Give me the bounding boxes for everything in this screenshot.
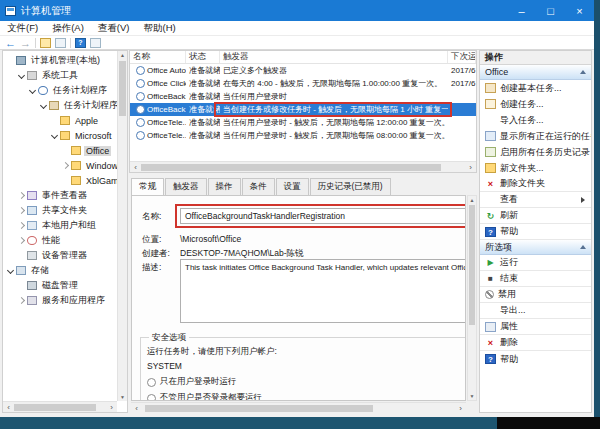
show-console-tree-icon[interactable] — [40, 38, 51, 48]
column-header[interactable]: 名称 — [130, 51, 186, 63]
tree-item[interactable]: 任务计划程序 — [3, 83, 117, 98]
task-row[interactable]: OfficeBack... 准备就绪 当任何用户登录时 — [130, 90, 476, 103]
task-row[interactable]: Office Auto... 准备就绪 已定义多个触发器 2017/6 — [130, 64, 476, 77]
tree-expander-icon[interactable] — [40, 102, 48, 110]
tree-vertical-scrollbar[interactable]: ▲ ▼ — [117, 51, 127, 401]
tree-expander-icon[interactable] — [62, 162, 70, 170]
action-item[interactable]: × 删除文件夹 — [480, 176, 591, 192]
tree-item[interactable]: Office — [3, 143, 117, 158]
tree-horizontal-scrollbar[interactable]: ‹ › — [3, 401, 117, 412]
help-icon[interactable]: ? — [75, 38, 86, 48]
tree-expander-icon[interactable] — [29, 87, 37, 95]
properties-window-icon[interactable] — [55, 38, 66, 48]
menu-item[interactable]: 操作(A) — [45, 22, 91, 35]
tree-item[interactable]: 系统工具 — [3, 68, 117, 83]
tree-expander-icon[interactable] — [18, 237, 26, 245]
tree-expander-icon[interactable] — [18, 282, 26, 290]
forward-icon[interactable]: → — [20, 38, 31, 48]
action-item[interactable]: 新文件夹... — [480, 160, 591, 176]
action-pane-icon[interactable] — [90, 38, 101, 48]
action-item[interactable]: 创建基本任务... — [480, 80, 591, 96]
tree-item[interactable]: 服务和应用程序 — [3, 293, 117, 308]
scroll-left-icon[interactable]: ‹ — [130, 162, 141, 172]
tree-expander-icon[interactable] — [7, 267, 15, 275]
details-vertical-scrollbar[interactable]: ▲ ▼ — [467, 195, 477, 401]
tree-item[interactable]: 存储 — [3, 263, 117, 278]
tree-item[interactable]: Microsoft — [3, 128, 117, 143]
task-name-field[interactable]: OfficeBackgroundTaskHandlerRegistration — [180, 208, 466, 224]
details-horizontal-scrollbar[interactable]: ‹ › — [131, 402, 466, 413]
details-tab[interactable]: 常规 — [131, 178, 164, 196]
tree-item[interactable]: 事件查看器 — [3, 188, 117, 203]
tree-item[interactable]: 本地用户和组 — [3, 218, 117, 233]
details-tab[interactable]: 条件 — [242, 178, 275, 195]
column-header[interactable]: 状态 — [186, 51, 220, 63]
tree-item[interactable]: 性能 — [3, 233, 117, 248]
action-item[interactable]: × 删除 — [480, 335, 591, 351]
action-item[interactable]: 创建任务... — [480, 96, 591, 112]
action-item[interactable]: 显示所有正在运行的任务 — [480, 128, 591, 144]
tree-item[interactable]: 设备管理器 — [3, 248, 117, 263]
tree-expander-icon[interactable] — [18, 222, 26, 230]
column-header[interactable]: 触发器 — [220, 51, 448, 63]
description-field[interactable]: This task initiates Office Background Ta… — [180, 259, 466, 323]
task-row[interactable]: Office Click... 准备就绪 在每天的 4:00 - 触发后，无限期… — [130, 77, 476, 90]
action-item[interactable]: 禁用 — [480, 287, 591, 303]
menu-item[interactable]: 查看(V) — [91, 22, 137, 35]
column-header[interactable]: 下次运... — [448, 51, 476, 63]
tree-expander-icon[interactable] — [18, 207, 26, 215]
task-row[interactable]: OfficeTele... 准备就绪 当任何用户登录时 - 触发后，无限期地每隔… — [130, 116, 476, 129]
details-tab[interactable]: 设置 — [276, 178, 309, 195]
tree-item[interactable]: Windows — [3, 158, 117, 173]
tree-item[interactable]: XblGameSa — [3, 173, 117, 188]
action-item[interactable]: 属性 — [480, 319, 591, 335]
scroll-right-icon[interactable]: › — [465, 162, 476, 172]
scroll-left-icon[interactable]: ‹ — [3, 402, 14, 412]
tree-item[interactable]: 共享文件夹 — [3, 203, 117, 218]
list-horizontal-scrollbar[interactable]: ‹ › — [130, 161, 476, 172]
tree-item[interactable]: 磁盘管理 — [3, 278, 117, 293]
maximize-button[interactable]: □ — [536, 0, 565, 21]
action-item[interactable]: 启用所有任务历史记录 — [480, 144, 591, 160]
action-item[interactable]: ? 帮助 — [480, 351, 591, 367]
action-item[interactable]: 导出... — [480, 303, 591, 319]
radio-run-logged-on[interactable]: 只在用户登录时运行 — [147, 376, 237, 388]
action-item[interactable]: ■ 结束 — [480, 271, 591, 287]
task-row[interactable]: OfficeBack... 准备就绪 当创建任务或修改任务时 - 触发后，无限期… — [130, 103, 476, 116]
action-item[interactable]: ↻ 刷新 — [480, 208, 591, 224]
details-tab[interactable]: 触发器 — [165, 178, 207, 195]
tree-expander-icon[interactable] — [18, 72, 26, 80]
scroll-left-icon[interactable]: ‹ — [131, 403, 142, 413]
back-icon[interactable]: ← — [5, 38, 16, 48]
details-tab[interactable]: 历史记录(已禁用) — [310, 178, 391, 195]
menu-item[interactable]: 文件(F) — [0, 22, 45, 35]
collapse-arrow-icon[interactable] — [580, 245, 586, 249]
action-item[interactable]: ▶ 运行 — [480, 255, 591, 271]
radio-icon[interactable] — [147, 378, 156, 387]
radio-run-whether-logged-on[interactable]: 不管用户是否登录都要运行 — [147, 392, 262, 401]
action-item[interactable]: 导入任务... — [480, 112, 591, 128]
close-button[interactable]: × — [565, 0, 594, 21]
tree-item[interactable]: Apple — [3, 113, 117, 128]
tree-expander-icon[interactable] — [18, 297, 26, 305]
task-row[interactable]: OfficeTele... 准备就绪 当任何用户登录时 - 触发后，无限期地每隔… — [130, 129, 476, 142]
menu-item[interactable]: 帮助(H) — [136, 22, 182, 35]
collapse-arrow-icon[interactable] — [580, 70, 586, 74]
tree-item[interactable]: 任务计划程序库 — [3, 98, 117, 113]
tree-expander-icon[interactable] — [51, 132, 59, 140]
tree-expander-icon[interactable] — [18, 192, 26, 200]
radio-icon[interactable] — [147, 394, 156, 402]
details-tab[interactable]: 操作 — [208, 178, 241, 195]
tree-item[interactable]: 计算机管理(本地) — [3, 53, 117, 68]
minimize-button[interactable]: – — [507, 0, 536, 21]
actions-section-office[interactable]: Office — [480, 65, 591, 80]
scroll-right-icon[interactable]: › — [106, 402, 117, 412]
tree-expander-icon[interactable] — [7, 57, 15, 65]
tree-expander-icon[interactable] — [62, 177, 70, 185]
actions-section-selected-item[interactable]: 所选项 — [480, 240, 591, 255]
action-item[interactable]: ? 帮助 — [480, 224, 591, 240]
scroll-right-icon[interactable]: › — [455, 403, 466, 413]
action-item[interactable]: 查看 — [480, 192, 591, 208]
tree-expander-icon[interactable] — [62, 147, 70, 155]
tree-expander-icon[interactable] — [51, 117, 59, 125]
